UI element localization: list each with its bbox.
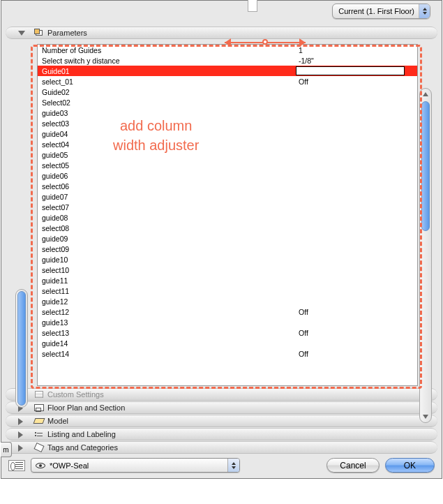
parameter-row[interactable]: guide12 — [38, 296, 417, 306]
parameter-name-cell: select09 — [38, 245, 296, 253]
parameter-row[interactable]: guide08 — [38, 212, 417, 223]
section-listing-label: Listing and Labeling — [47, 430, 116, 438]
layer-name-label: *OWP-Seal — [50, 461, 89, 470]
story-dropdown-label: Current (1. First Floor) — [338, 7, 419, 15]
layer-list-icon[interactable] — [8, 460, 25, 471]
parameter-row[interactable]: select05 — [38, 160, 417, 170]
parameter-row[interactable]: Select02 — [38, 97, 417, 108]
parameter-row[interactable]: select14Off — [38, 348, 417, 359]
swatch-box[interactable] — [248, 0, 257, 12]
parameter-row[interactable]: select07 — [38, 202, 417, 212]
disclosure-right-icon — [18, 445, 23, 452]
parameter-name-cell: guide09 — [38, 235, 296, 243]
cancel-button[interactable]: Cancel — [326, 458, 379, 473]
layer-dropdown[interactable]: *OWP-Seal — [31, 458, 240, 473]
parameter-name-cell: guide05 — [38, 151, 296, 159]
parameters-table[interactable]: Number of Guides1Select switch y distanc… — [37, 44, 418, 386]
parameter-name-cell: Number of Guides — [38, 46, 296, 54]
parameter-row[interactable]: select_01Off — [38, 76, 417, 87]
parameter-row[interactable]: guide04 — [38, 128, 417, 139]
parameter-row[interactable]: select08 — [38, 223, 417, 233]
parameter-name-cell: guide13 — [38, 318, 296, 327]
parameter-name-cell: guide11 — [38, 276, 296, 285]
parameter-row[interactable]: Number of Guides1 — [38, 45, 417, 55]
parameter-row[interactable]: select04 — [38, 139, 417, 149]
left-tab-fragment[interactable]: m — [1, 442, 12, 457]
parameter-name-cell: select05 — [38, 161, 296, 170]
cancel-label: Cancel — [340, 461, 366, 470]
parameter-value-cell[interactable]: Off — [296, 329, 417, 337]
floorplan-icon — [33, 402, 45, 413]
parameter-row[interactable]: select11 — [38, 286, 417, 296]
parameter-name-cell: select07 — [38, 203, 296, 212]
section-tags-label: Tags and Categories — [47, 443, 118, 452]
dialog-window: Current (1. First Floor) Parameters add … — [1, 0, 442, 479]
parameter-value-cell[interactable]: 1 — [296, 46, 417, 54]
parameter-name-cell: Guide02 — [38, 88, 296, 96]
parameter-name-cell: guide07 — [38, 193, 296, 201]
parameter-row[interactable]: guide07 — [38, 191, 417, 202]
parameter-row[interactable]: guide11 — [38, 275, 417, 286]
parameter-row[interactable]: Select switch y distance-1/8" — [38, 55, 417, 66]
updown-arrows-icon — [227, 459, 239, 472]
scroll-up-arrow-icon[interactable] — [420, 89, 431, 100]
parameter-row[interactable]: Guide02 — [38, 87, 417, 97]
parameter-name-cell: guide10 — [38, 255, 296, 264]
section-custom-label: Custom Settings — [47, 390, 104, 399]
section-model-label: Model — [47, 417, 68, 425]
parameter-row[interactable]: guide06 — [38, 170, 417, 181]
left-scroll-thumb[interactable] — [17, 291, 26, 406]
left-scrollbar-fragment[interactable] — [15, 289, 28, 408]
parameter-name-cell: Guide01 — [38, 67, 296, 75]
parameter-name-cell: select03 — [38, 119, 296, 128]
section-parameters-header[interactable]: Parameters — [6, 27, 437, 39]
section-floorplan-label: Floor Plan and Section — [47, 403, 125, 412]
parameter-row[interactable]: select12Off — [38, 306, 417, 317]
parameter-value-cell[interactable]: Off — [296, 77, 417, 86]
parameter-row[interactable]: select06 — [38, 181, 417, 191]
parameter-name-cell: select06 — [38, 182, 296, 191]
tags-icon — [33, 442, 45, 453]
scroll-down-arrow-icon[interactable] — [420, 411, 431, 422]
parameter-row[interactable]: Guide01 — [38, 66, 417, 76]
eye-icon — [36, 463, 45, 468]
parameter-row[interactable]: guide03 — [38, 108, 417, 118]
parameter-name-cell: guide08 — [38, 214, 296, 222]
parameter-name-cell: select14 — [38, 350, 296, 358]
parameter-row[interactable]: guide10 — [38, 254, 417, 265]
parameter-name-cell: select11 — [38, 287, 296, 295]
parameter-value-cell[interactable] — [296, 66, 417, 75]
scroll-thumb[interactable] — [421, 101, 430, 231]
parameter-name-cell: guide04 — [38, 130, 296, 138]
parameter-value-cell[interactable]: -1/8" — [296, 57, 417, 65]
parameter-row[interactable]: select10 — [38, 265, 417, 275]
parameter-name-cell: select12 — [38, 308, 296, 316]
parameters-panel: Number of Guides1Select switch y distanc… — [6, 39, 437, 387]
parameter-row[interactable]: select09 — [38, 244, 417, 254]
parameter-name-cell: select04 — [38, 140, 296, 149]
ok-button[interactable]: OK — [385, 458, 435, 473]
story-dropdown[interactable]: Current (1. First Floor) — [332, 3, 430, 19]
parameter-value-cell[interactable]: Off — [296, 350, 417, 358]
bottom-bar: *OWP-Seal Cancel OK — [8, 458, 435, 473]
parameter-name-cell: Select switch y distance — [38, 57, 296, 65]
parameter-row[interactable]: guide13 — [38, 317, 417, 327]
parameter-value-input[interactable] — [296, 66, 405, 75]
parameter-name-cell: guide12 — [38, 297, 296, 306]
parameter-row[interactable]: select13Off — [38, 327, 417, 338]
parameter-row[interactable]: select03 — [38, 118, 417, 128]
parameter-row[interactable]: guide09 — [38, 233, 417, 244]
model-icon — [33, 415, 45, 427]
section-tags-header[interactable]: Tags and Categories — [6, 441, 437, 454]
parameter-value-cell[interactable]: Off — [296, 308, 417, 316]
section-floorplan-header[interactable]: Floor Plan and Section — [6, 401, 437, 414]
section-parameters-label: Parameters — [47, 29, 87, 37]
parameter-row[interactable]: guide14 — [38, 338, 417, 348]
parameter-row[interactable]: guide05 — [38, 149, 417, 160]
section-model-header[interactable]: Model — [6, 415, 437, 427]
disclosure-right-icon — [18, 418, 23, 425]
section-listing-header[interactable]: Listing and Labeling — [6, 428, 437, 440]
section-custom-header[interactable]: Custom Settings — [6, 388, 437, 401]
disclosure-down-icon — [18, 31, 25, 36]
vertical-scrollbar[interactable] — [419, 88, 432, 423]
